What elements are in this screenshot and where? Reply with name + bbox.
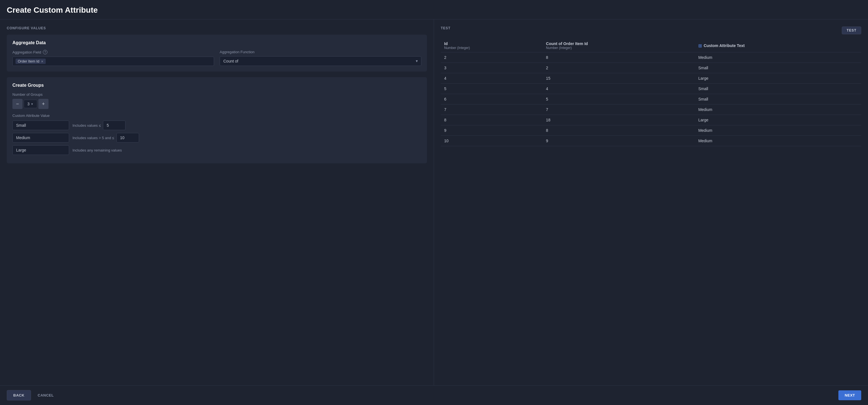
- cell-id: 6: [441, 94, 542, 104]
- group-3-condition: Includes any remaining values: [72, 148, 421, 153]
- aggregation-field-tag: Order Item Id ×: [16, 59, 46, 64]
- cell-attr: Large: [695, 115, 861, 125]
- col-attr-main: Custom Attribute Text: [704, 43, 744, 48]
- aggregation-function-select[interactable]: Count of Sum of Average of Min of Max of: [220, 56, 421, 66]
- group-row-1: Includes values ≤: [12, 121, 421, 130]
- table-row: 7 7 Medium: [441, 104, 861, 115]
- aggregate-data-card: Aggregate Data Aggregation Field ? Order…: [7, 35, 427, 71]
- left-panel: CONFIGURE VALUES Aggregate Data Aggregat…: [0, 20, 434, 385]
- col-header-count: Count of Order Item Id Number (Integer): [542, 39, 695, 53]
- group-2-threshold-input[interactable]: [117, 133, 139, 142]
- cell-count: 4: [542, 83, 695, 94]
- right-panel: TEST TEST Id Number (Integer) Count of O…: [434, 20, 868, 385]
- next-button[interactable]: NEXT: [838, 390, 861, 400]
- back-button[interactable]: BACK: [7, 390, 31, 401]
- col-id-sub: Number (Integer): [444, 46, 539, 50]
- group-1-condition: Includes values ≤: [72, 121, 421, 130]
- col-header-id: Id Number (Integer): [441, 39, 542, 53]
- create-groups-card: Create Groups Number of Groups − 3 ▼ + C…: [7, 77, 427, 163]
- table-row: 6 5 Small: [441, 94, 861, 104]
- cell-id: 8: [441, 115, 542, 125]
- number-of-groups-label: Number of Groups: [12, 92, 421, 97]
- table-row: 5 4 Small: [441, 83, 861, 94]
- help-icon[interactable]: ?: [43, 50, 48, 54]
- tag-close-icon[interactable]: ×: [41, 60, 43, 63]
- aggregation-function-select-wrapper: Count of Sum of Average of Min of Max of…: [220, 56, 421, 66]
- group-2-name-input[interactable]: [12, 133, 69, 142]
- cell-count: 2: [542, 63, 695, 73]
- cell-id: 3: [441, 63, 542, 73]
- cell-id: 7: [441, 104, 542, 115]
- test-button[interactable]: TEST: [842, 27, 861, 34]
- table-row: 9 8 Medium: [441, 125, 861, 136]
- cell-id: 10: [441, 136, 542, 146]
- groups-stepper: − 3 ▼ +: [12, 99, 421, 109]
- increment-groups-button[interactable]: +: [38, 99, 49, 109]
- cell-id: 9: [441, 125, 542, 136]
- table-icon: ⊞: [698, 43, 702, 48]
- cell-count: 8: [542, 125, 695, 136]
- aggregate-data-title: Aggregate Data: [12, 40, 421, 45]
- create-groups-title: Create Groups: [12, 83, 421, 88]
- table-row: 4 15 Large: [441, 73, 861, 83]
- group-row-3: Includes any remaining values: [12, 145, 421, 155]
- cell-count: 7: [542, 104, 695, 115]
- decrement-groups-button[interactable]: −: [12, 99, 23, 109]
- col-header-attr: ⊞ Custom Attribute Text: [695, 39, 861, 53]
- cell-attr: Medium: [695, 136, 861, 146]
- footer-left: BACK CANCEL: [7, 390, 57, 401]
- cancel-button[interactable]: CANCEL: [34, 390, 57, 401]
- cell-attr: Medium: [695, 104, 861, 115]
- cell-id: 5: [441, 83, 542, 94]
- aggregation-field-input[interactable]: Order Item Id ×: [12, 57, 214, 66]
- test-table: Id Number (Integer) Count of Order Item …: [441, 39, 861, 146]
- cell-count: 18: [542, 115, 695, 125]
- groups-value: 3 ▼: [24, 100, 37, 108]
- page-title: Create Custom Attribute: [0, 0, 868, 20]
- group-row-2: Includes values > 5 and ≤: [12, 133, 421, 142]
- cell-id: 4: [441, 73, 542, 83]
- cell-attr: Medium: [695, 53, 861, 63]
- table-row: 8 18 Large: [441, 115, 861, 125]
- configure-values-label: CONFIGURE VALUES: [7, 26, 427, 30]
- cell-count: 9: [542, 136, 695, 146]
- custom-attr-value-label: Custom Attribute Value: [12, 113, 421, 118]
- aggregation-field-label: Aggregation Field ?: [12, 50, 214, 54]
- group-2-condition: Includes values > 5 and ≤: [72, 133, 421, 142]
- cell-count: 8: [542, 53, 695, 63]
- cell-count: 15: [542, 73, 695, 83]
- aggregation-function-label: Aggregation Function: [220, 50, 421, 54]
- stepper-caret-icon: ▼: [31, 103, 34, 106]
- table-row: 10 9 Medium: [441, 136, 861, 146]
- table-header-row: Id Number (Integer) Count of Order Item …: [441, 39, 861, 53]
- group-3-name-input[interactable]: [12, 145, 69, 155]
- test-section-label: TEST: [441, 26, 451, 30]
- cell-count: 5: [542, 94, 695, 104]
- footer: BACK CANCEL NEXT: [0, 385, 868, 405]
- cell-attr: Small: [695, 94, 861, 104]
- table-row: 2 8 Medium: [441, 53, 861, 63]
- group-1-threshold-input[interactable]: [103, 121, 125, 130]
- cell-attr: Small: [695, 83, 861, 94]
- cell-id: 2: [441, 53, 542, 63]
- table-row: 3 2 Small: [441, 63, 861, 73]
- test-table-body: 2 8 Medium 3 2 Small 4 15 Large 5 4 Smal…: [441, 53, 861, 146]
- col-count-sub: Number (Integer): [546, 46, 691, 50]
- cell-attr: Small: [695, 63, 861, 73]
- col-id-main: Id: [444, 41, 539, 46]
- col-count-main: Count of Order Item Id: [546, 41, 691, 46]
- cell-attr: Medium: [695, 125, 861, 136]
- test-header: TEST TEST: [441, 26, 861, 35]
- group-1-name-input[interactable]: [12, 121, 69, 130]
- cell-attr: Large: [695, 73, 861, 83]
